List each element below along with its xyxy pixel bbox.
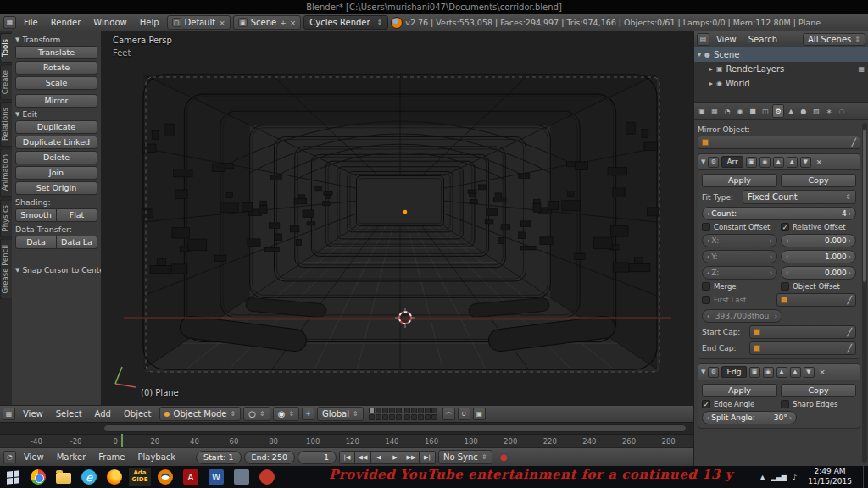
- editor-type-icon[interactable]: ◔: [3, 451, 16, 463]
- copy-button[interactable]: Copy: [781, 174, 856, 187]
- edge-angle-checkbox[interactable]: ✓ Edge Angle: [702, 400, 777, 408]
- tab-texture-icon[interactable]: ▨: [810, 104, 822, 118]
- smooth-button[interactable]: Smooth: [15, 208, 57, 222]
- close-icon[interactable]: ×: [219, 19, 225, 27]
- layer-toggle[interactable]: [425, 414, 431, 420]
- current-frame-field[interactable]: 1: [298, 451, 337, 464]
- menu-search[interactable]: Search: [743, 35, 782, 44]
- move-up-icon[interactable]: ▲: [790, 367, 801, 378]
- eyedropper-icon[interactable]: ╱: [848, 328, 852, 336]
- eyedropper-icon[interactable]: ╱: [848, 296, 852, 304]
- tab-render-icon[interactable]: ▣: [696, 104, 708, 118]
- layer-toggle[interactable]: [382, 408, 388, 413]
- outliner-row-renderlayers[interactable]: ▸ ▣ RenderLayers ▦: [694, 62, 868, 76]
- menu-playback[interactable]: Playback: [132, 452, 181, 462]
- tab-create[interactable]: Create: [0, 64, 12, 100]
- modifier-name-field[interactable]: Edg: [721, 366, 746, 378]
- pivot-select[interactable]: ◉ ⇕: [273, 407, 299, 421]
- editmode-toggle-icon[interactable]: ▲: [776, 367, 787, 378]
- edgesplit-modifier-header[interactable]: ▼ ⚙ Edg ▣ ◉ ▲ ▲ ▼ ×: [698, 364, 860, 380]
- menu-render[interactable]: Render: [46, 18, 86, 27]
- menu-help[interactable]: Help: [135, 18, 164, 27]
- expand-triangle-icon[interactable]: ▸: [709, 65, 713, 73]
- close-icon[interactable]: ×: [817, 367, 828, 378]
- tab-modifiers-icon[interactable]: ⚙: [772, 104, 784, 118]
- layer-toggle[interactable]: [411, 408, 417, 413]
- relative-x-field[interactable]: ‹0.000›: [781, 234, 856, 247]
- start-cap-field[interactable]: ╱: [749, 325, 856, 339]
- close-icon[interactable]: ×: [290, 19, 297, 27]
- menu-marker[interactable]: Marker: [52, 452, 92, 462]
- end-cap-field[interactable]: ╱: [749, 341, 856, 355]
- file-explorer-icon[interactable]: [53, 468, 75, 486]
- tab-world-icon[interactable]: ◉: [734, 104, 746, 118]
- viewport-shading-select[interactable]: ○ ⇕: [243, 407, 270, 421]
- properties-scrollbar[interactable]: [862, 123, 867, 463]
- render-visibility-icon[interactable]: ▣: [749, 367, 760, 378]
- merge-distance-field[interactable]: ‹393.7008thou›: [702, 309, 782, 323]
- firefox-icon[interactable]: [103, 468, 125, 486]
- mode-select[interactable]: ● Object Mode ⇕: [159, 407, 242, 421]
- tab-physics-icon[interactable]: ◌: [836, 104, 848, 118]
- layer-toggle[interactable]: [431, 414, 437, 420]
- merge-checkbox[interactable]: Merge: [702, 282, 777, 291]
- sync-select[interactable]: No Sync ⇕: [438, 450, 492, 464]
- layer-toggle[interactable]: [404, 414, 410, 420]
- join-button[interactable]: Join: [15, 166, 97, 180]
- layer-toggle[interactable]: [376, 414, 381, 420]
- duplicate-linked-button[interactable]: Duplicate Linked: [15, 136, 97, 149]
- jump-start-button[interactable]: |◀: [339, 451, 355, 464]
- sharp-edges-checkbox[interactable]: Sharp Edges: [781, 400, 856, 408]
- prev-keyframe-button[interactable]: ◀◀: [355, 451, 371, 464]
- tab-constraints-icon[interactable]: ◫: [760, 104, 771, 118]
- expand-triangle-icon[interactable]: ▸: [709, 80, 713, 87]
- manipulator-translate-icon[interactable]: +: [302, 408, 314, 420]
- modifier-name-field[interactable]: Arr: [721, 156, 743, 168]
- tab-data-icon[interactable]: ▲: [785, 104, 797, 118]
- relative-y-field[interactable]: ‹1.000›: [781, 250, 856, 263]
- outliner-display-select[interactable]: All Scenes ⇕: [803, 33, 865, 46]
- menu-file[interactable]: File: [19, 18, 43, 27]
- menu-add[interactable]: Add: [90, 409, 116, 419]
- menu-select[interactable]: Select: [51, 409, 87, 419]
- tab-material-icon[interactable]: ●: [798, 104, 810, 118]
- layer-toggle[interactable]: [411, 414, 417, 420]
- apply-button[interactable]: Apply: [702, 384, 777, 397]
- network-icon[interactable]: ▂▄▆: [771, 474, 787, 481]
- outliner-row-world[interactable]: ▸ ◉ World: [694, 76, 868, 91]
- viewport-visibility-icon[interactable]: ◉: [763, 367, 774, 378]
- object-offset-checkbox[interactable]: Object Offset: [781, 282, 856, 291]
- outliner-row-scene[interactable]: ▾ ● Scene: [694, 47, 868, 62]
- frame-start-field[interactable]: Start: 1: [196, 451, 241, 464]
- flat-button[interactable]: Flat: [57, 208, 97, 222]
- internet-explorer-icon[interactable]: e: [78, 468, 100, 486]
- layer-toggle[interactable]: [382, 414, 388, 420]
- constant-y-field[interactable]: ‹Y:›: [702, 250, 777, 263]
- layer-toggle[interactable]: [404, 408, 410, 413]
- word-icon[interactable]: W: [205, 468, 227, 486]
- expand-triangle-icon[interactable]: ▾: [698, 51, 701, 58]
- layer-toggle[interactable]: [376, 408, 381, 413]
- mirror-button[interactable]: Mirror: [15, 94, 97, 108]
- play-reverse-button[interactable]: ◀: [371, 451, 387, 464]
- relative-z-field[interactable]: ‹0.000›: [781, 266, 856, 280]
- layer-toggle[interactable]: [369, 414, 375, 420]
- frame-end-field[interactable]: End: 250: [244, 451, 295, 464]
- layer-toggle[interactable]: [425, 408, 431, 413]
- viewport-hscrollbar[interactable]: [0, 422, 693, 434]
- lock-icon[interactable]: ◠: [442, 408, 455, 420]
- snap-magnet-icon[interactable]: ∪: [458, 408, 470, 420]
- record-icon[interactable]: ●: [500, 452, 508, 462]
- layer-toggle[interactable]: [418, 408, 424, 413]
- edit-panel-header[interactable]: ▼ Edit: [15, 110, 97, 119]
- start-button[interactable]: [2, 468, 24, 486]
- current-frame-indicator[interactable]: [121, 434, 123, 447]
- add-icon[interactable]: +: [280, 19, 287, 27]
- app-icon-2[interactable]: [256, 468, 278, 486]
- data-layout-button[interactable]: Data La: [57, 236, 97, 249]
- array-modifier-header[interactable]: ▼ ⚙ Arr ▣ ◉ ▲ ▲ ▼ ×: [698, 154, 860, 170]
- translate-button[interactable]: Translate: [15, 46, 97, 59]
- viewport-3d[interactable]: Camera Persp Feet (0) Plane: [102, 31, 693, 405]
- constant-z-field[interactable]: ‹Z:›: [702, 266, 777, 280]
- move-down-icon[interactable]: ▼: [800, 157, 811, 168]
